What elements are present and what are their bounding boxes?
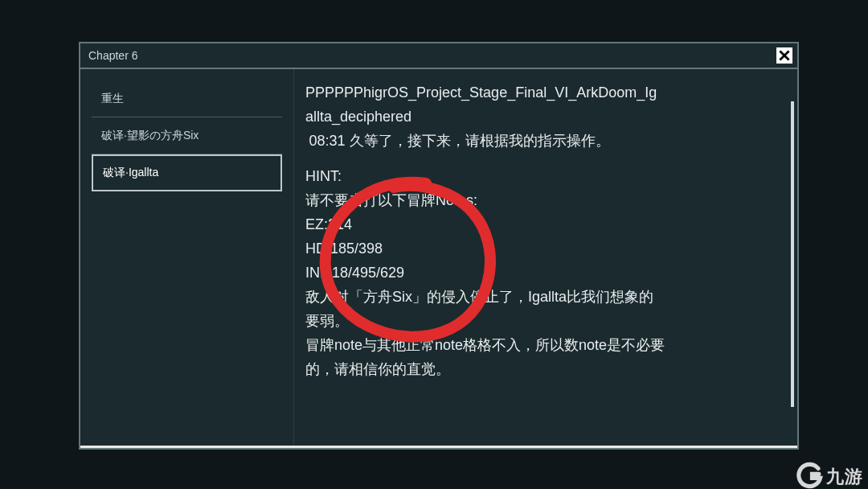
content-heading: PPPPPPhigrOS_Project_Stage_Final_VI_ArkD…	[305, 80, 778, 105]
hint-line: 请不要击打以下冒牌Notes:	[305, 188, 778, 212]
close-icon	[779, 50, 790, 61]
content-heading: allta_deciphered	[305, 105, 778, 129]
in-line: IN:218/495/629	[305, 261, 778, 285]
sidebar-item-label: 破译·Igallta	[103, 166, 158, 180]
dialog-body: 重生 破译·望影の方舟Six 破译·Igallta PPPPPPhigrOS_P…	[80, 69, 797, 448]
watermark-text: 九游	[826, 465, 863, 489]
watermark-icon	[796, 462, 823, 489]
story-line: 冒牌note与其他正常note格格不入，所以数note是不必要	[305, 333, 778, 357]
content-pane: PPPPPPhigrOS_Project_Stage_Final_VI_ArkD…	[294, 69, 797, 448]
window-title: Chapter 6	[88, 49, 137, 62]
sidebar-item-label: 破译·望影の方舟Six	[101, 129, 199, 143]
close-button[interactable]	[776, 47, 792, 64]
story-line: 的，请相信你的直觉。	[305, 357, 778, 381]
story-line: 要弱。	[305, 309, 778, 333]
content-timestamp-line: 08:31 久等了，接下来，请根据我的指示操作。	[305, 129, 778, 153]
bottom-border	[80, 446, 797, 448]
ez-line: EZ:214	[305, 212, 778, 236]
sidebar-item-rebirth[interactable]: 重生	[92, 80, 282, 117]
hd-line: HD:185/398	[305, 236, 778, 261]
sidebar: 重生 破译·望影の方舟Six 破译·Igallta	[80, 69, 294, 448]
sidebar-item-igallta[interactable]: 破译·Igallta	[92, 154, 282, 191]
dialog-window: Chapter 6 重生 破译·望影の方舟Six 破译·Igallta PPPP…	[79, 42, 799, 450]
scrollbar[interactable]	[791, 101, 794, 407]
sidebar-item-ark-six[interactable]: 破译·望影の方舟Six	[92, 117, 282, 154]
sidebar-item-label: 重生	[101, 92, 124, 106]
hint-label: HINT:	[305, 164, 778, 188]
watermark: 九游	[796, 462, 863, 489]
titlebar: Chapter 6	[80, 43, 797, 69]
story-line: 敌人对「方舟Six」的侵入停止了，Igallta比我们想象的	[305, 285, 778, 309]
